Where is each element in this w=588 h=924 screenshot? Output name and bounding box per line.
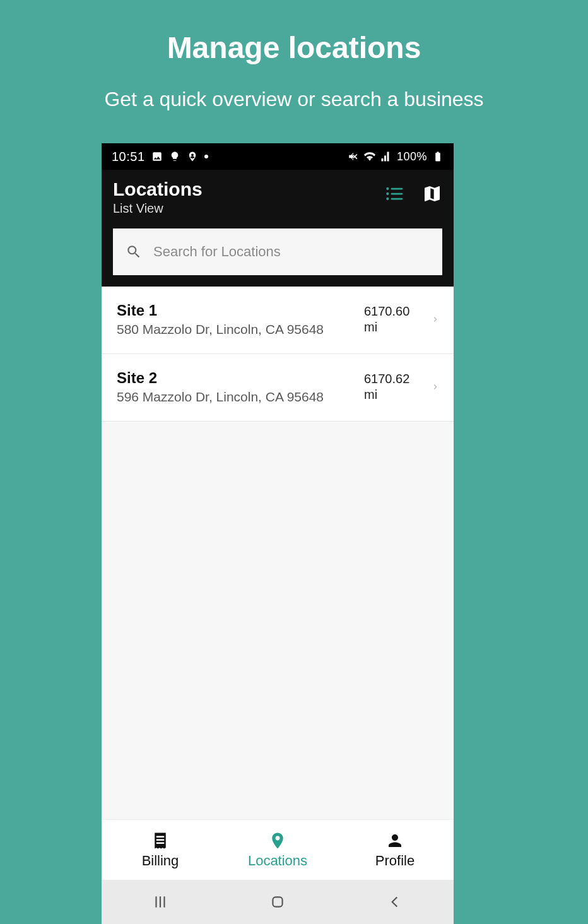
image-icon [151, 151, 163, 162]
tab-label: Profile [375, 853, 415, 869]
location-distance: 6170.60 mi [364, 304, 421, 335]
locations-list: Site 1 580 Mazzolo Dr, Lincoln, CA 95648… [102, 287, 454, 422]
battery-icon [432, 151, 444, 162]
tab-profile[interactable]: Profile [336, 820, 454, 880]
mute-icon [348, 151, 359, 162]
location-name: Site 1 [117, 302, 356, 319]
search-icon [126, 244, 142, 260]
person-icon [385, 831, 404, 850]
tab-label: Billing [142, 853, 179, 869]
phone-frame: 10:51 100% [102, 143, 454, 924]
list-view-icon[interactable] [384, 184, 404, 204]
svg-point-2 [386, 198, 389, 200]
bulb-icon [169, 151, 180, 162]
person-pin-icon [187, 151, 198, 162]
search-input[interactable] [153, 244, 430, 260]
android-nav-bar [102, 880, 454, 924]
svg-point-1 [386, 192, 389, 195]
home-button[interactable] [269, 893, 286, 911]
search-field[interactable] [113, 228, 442, 275]
location-row[interactable]: Site 2 596 Mazzolo Dr, Lincoln, CA 95648… [102, 354, 454, 422]
back-button[interactable] [386, 893, 404, 911]
chevron-right-icon [428, 382, 442, 392]
svg-rect-5 [391, 198, 403, 200]
status-bar: 10:51 100% [102, 143, 454, 170]
map-view-icon[interactable] [422, 184, 442, 204]
location-name: Site 2 [117, 369, 356, 387]
signal-icon [380, 151, 392, 162]
status-time: 10:51 [112, 150, 145, 164]
svg-rect-4 [391, 193, 403, 195]
recents-button[interactable] [151, 893, 169, 911]
tab-label: Locations [248, 853, 307, 869]
promo-title: Manage locations [0, 0, 588, 65]
location-address: 596 Mazzolo Dr, Lincoln, CA 95648 [117, 389, 356, 405]
empty-area [102, 422, 454, 819]
svg-point-0 [386, 187, 389, 190]
location-distance: 6170.62 mi [364, 371, 421, 403]
more-dot-icon [204, 155, 208, 158]
tab-billing[interactable]: Billing [102, 820, 219, 880]
location-row[interactable]: Site 1 580 Mazzolo Dr, Lincoln, CA 95648… [102, 287, 454, 354]
promo-subtitle: Get a quick overview or search a busines… [0, 88, 588, 111]
location-address: 580 Mazzolo Dr, Lincoln, CA 95648 [117, 322, 356, 337]
tab-locations[interactable]: Locations [219, 820, 336, 880]
location-pin-icon [268, 831, 287, 850]
wifi-icon [364, 151, 375, 162]
chevron-right-icon [428, 314, 442, 324]
svg-rect-3 [391, 188, 403, 190]
battery-percent: 100% [397, 150, 427, 163]
svg-rect-9 [273, 897, 282, 906]
app-bar: Locations List View [102, 170, 454, 287]
bottom-tabs: Billing Locations Profile [102, 819, 454, 880]
page-title: Locations [113, 179, 203, 200]
page-subtitle: List View [113, 201, 203, 216]
receipt-icon [151, 831, 170, 850]
